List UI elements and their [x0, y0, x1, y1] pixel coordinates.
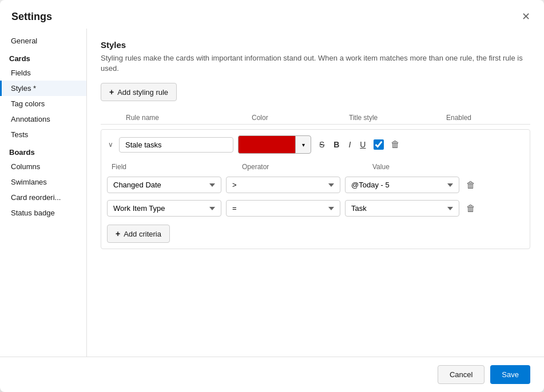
criteria-field-select-0[interactable]: Changed Date Created Date State Assigned… [107, 177, 221, 193]
criteria-col-value: Value [372, 163, 498, 171]
section-title: Styles [101, 40, 530, 50]
sidebar-item-annotations[interactable]: Annotations [0, 111, 86, 127]
criteria-col-operator: Operator [242, 163, 368, 171]
section-desc: Styling rules make the cards with import… [101, 53, 530, 74]
col-color: Color [249, 114, 347, 122]
criteria-row-1: Work Item Type State Assigned To Title =… [107, 197, 524, 220]
title-style-buttons: S B I U [316, 138, 369, 151]
sidebar-item-swimlanes[interactable]: Swimlanes [0, 174, 86, 190]
criteria-operator-select-1[interactable]: = != > < [226, 200, 340, 217]
underline-button[interactable]: U [356, 138, 369, 151]
rule-expand-button[interactable]: ∨ [107, 139, 114, 150]
dialog-footer: Cancel Save [0, 357, 544, 392]
sidebar-item-fields[interactable]: Fields [0, 65, 86, 81]
settings-dialog: Settings ✕ General Cards Fields Styles *… [0, 0, 544, 392]
criteria-col-field: Field [112, 163, 237, 171]
sidebar-item-card-reordering[interactable]: Card reorderi... [0, 190, 86, 205]
sidebar-item-status-badge[interactable]: Status badge [0, 205, 86, 221]
color-picker: ▾ [238, 135, 311, 154]
sidebar: General Cards Fields Styles * Tag colors… [0, 29, 87, 357]
table-header: Rule name Color Title style Enabled [101, 111, 530, 125]
criteria-operator-select-0[interactable]: > < = >= <= [226, 177, 340, 193]
bold-button[interactable]: B [330, 138, 343, 151]
rule-top: ∨ ▾ S B I U 🗑 [107, 135, 524, 154]
rule-row: ∨ ▾ S B I U 🗑 [101, 129, 530, 249]
criteria-value-select-0[interactable]: @Today - 5 @Today @Today - 1 @Today - 7 [345, 177, 459, 193]
criteria-row-0: Changed Date Created Date State Assigned… [107, 173, 524, 197]
cancel-button[interactable]: Cancel [438, 365, 485, 384]
rule-delete-button[interactable]: 🗑 [388, 137, 402, 152]
col-delete [478, 114, 501, 122]
add-criteria-button[interactable]: + Add criteria [107, 225, 170, 243]
sidebar-section-boards: Boards [0, 142, 86, 159]
criteria-value-select-1[interactable]: Task Bug User Story Feature [345, 200, 459, 217]
plus-icon: + [109, 87, 114, 97]
rule-name-input[interactable] [119, 137, 233, 153]
add-criteria-plus-icon: + [116, 229, 120, 238]
sidebar-item-tests[interactable]: Tests [0, 127, 86, 142]
col-enabled: Enabled [444, 114, 478, 122]
save-button[interactable]: Save [490, 365, 530, 384]
sidebar-item-general[interactable]: General [0, 33, 86, 49]
dialog-title: Settings [11, 11, 52, 23]
col-rule-name: Rule name [124, 114, 249, 122]
add-styling-rule-button[interactable]: + Add styling rule [101, 83, 177, 101]
criteria-delete-button-0[interactable]: 🗑 [464, 178, 478, 193]
color-dropdown-button[interactable]: ▾ [295, 135, 311, 154]
criteria-table: Field Operator Value Changed Date Create… [107, 161, 524, 243]
add-criteria-label: Add criteria [124, 230, 161, 238]
italic-button[interactable]: I [345, 138, 354, 151]
criteria-delete-button-1[interactable]: 🗑 [464, 201, 478, 216]
sidebar-item-tag-colors[interactable]: Tag colors [0, 96, 86, 111]
sidebar-item-styles[interactable]: Styles * [0, 81, 86, 96]
criteria-field-select-1[interactable]: Work Item Type State Assigned To Title [107, 200, 221, 217]
dialog-body: General Cards Fields Styles * Tag colors… [0, 29, 544, 357]
add-rule-label: Add styling rule [117, 88, 168, 97]
sidebar-item-columns[interactable]: Columns [0, 159, 86, 174]
rule-enabled-checkbox[interactable] [374, 139, 384, 150]
main-content: Styles Styling rules make the cards with… [87, 29, 544, 357]
sidebar-section-cards: Cards [0, 49, 86, 65]
close-button[interactable]: ✕ [519, 9, 533, 24]
dialog-header: Settings ✕ [0, 0, 544, 29]
criteria-header: Field Operator Value [107, 161, 524, 173]
col-title-style: Title style [347, 114, 444, 122]
strikethrough-button[interactable]: S [316, 138, 328, 151]
col-expand [101, 114, 124, 122]
color-swatch[interactable] [238, 135, 295, 154]
